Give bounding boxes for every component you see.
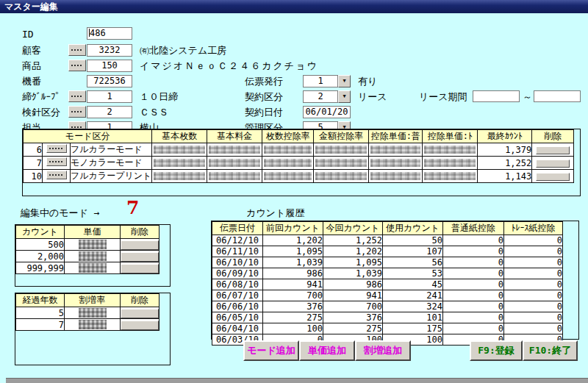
used-count: 53 — [383, 268, 443, 279]
delete-button[interactable] — [536, 146, 570, 154]
unit-price-header: 単価 — [65, 226, 121, 239]
slip-issue-value: 1 — [303, 75, 338, 87]
id-field[interactable]: 486 — [87, 27, 132, 40]
ellipsis-icon — [49, 174, 64, 176]
used-count: 175 — [383, 323, 443, 334]
mode-lookup-button[interactable] — [46, 157, 67, 166]
used-count-header: 使用カウント — [383, 222, 443, 235]
lease-from-field[interactable] — [473, 90, 520, 102]
closing-group-field[interactable]: 1 — [87, 90, 132, 103]
delete-button[interactable] — [121, 321, 159, 330]
count-table-box: カウント 単価 削除 500 2,000 999,999 — [15, 224, 171, 287]
delete-button[interactable] — [121, 252, 159, 262]
redacted-value — [423, 157, 478, 170]
add-mode-button[interactable]: モード追加 — [243, 340, 299, 361]
meter-reading-lookup-button[interactable] — [68, 106, 86, 118]
base-sheets-header: 基本枚数 — [152, 130, 207, 143]
sheet-deduction-header: 枚数控除率 — [262, 130, 314, 143]
trace-paper-deduction: 0 — [504, 290, 563, 301]
mode-table: モード区分 基本枚数 基本料金 枚数控除率 金額控除率 控除単価:普 控除単価:… — [23, 129, 574, 183]
redacted-value — [314, 143, 369, 157]
count-value: 500 — [16, 239, 65, 251]
delete-button[interactable] — [536, 160, 570, 168]
customer-lookup-button[interactable] — [68, 44, 86, 56]
redacted-value — [314, 157, 369, 170]
mode-no: 7 — [24, 157, 43, 170]
redacted-value — [262, 143, 314, 157]
prev-count: 1,202 — [263, 235, 323, 246]
plain-paper-deduction: 0 — [443, 235, 504, 246]
trace-paper-deduction: 0 — [504, 246, 563, 257]
delete-button[interactable] — [121, 309, 159, 318]
redacted-value — [423, 143, 478, 157]
prev-count: 700 — [263, 290, 323, 301]
prev-count: 275 — [263, 312, 323, 323]
delete-button[interactable] — [536, 173, 570, 181]
count-row: 2,000 — [16, 251, 159, 262]
count-row: 999,999 — [16, 262, 159, 274]
customer-field[interactable]: 3232 — [87, 44, 132, 57]
closing-group-label: 締ｸﾞﾙｰﾌﾟ — [22, 90, 60, 104]
title-bar: マスター編集 — [0, 0, 588, 13]
plain-paper-header: 普通紙控除 — [443, 222, 504, 235]
years-row: 5 — [16, 307, 159, 319]
curr-count: 700 — [323, 301, 383, 312]
ellipsis-icon — [71, 111, 83, 112]
history-row: 06/08/109419864500 — [212, 279, 563, 290]
exit-button[interactable]: F10:終了 — [523, 340, 578, 361]
register-button[interactable]: F9:登録 — [470, 340, 523, 361]
trace-paper-deduction: 0 — [504, 279, 563, 290]
slip-date: 06/07/10 — [212, 290, 263, 301]
slip-date: 06/09/10 — [212, 268, 263, 279]
count-table: カウント 単価 削除 500 2,000 999,999 — [15, 225, 159, 274]
add-unit-price-button[interactable]: 単価追加 — [299, 340, 355, 361]
used-count: 50 — [383, 235, 443, 246]
plain-paper-deduction: 0 — [443, 279, 504, 290]
final-count-value: 1,143 — [478, 170, 532, 183]
mode-table-box: モード区分 基本枚数 基本料金 枚数控除率 金額控除率 控除単価:普 控除単価:… — [22, 129, 581, 196]
count-history-title: カウント履歴 — [246, 207, 304, 220]
lease-to-field[interactable] — [534, 90, 581, 102]
curr-count: 1,095 — [323, 257, 383, 268]
redacted-value — [423, 170, 478, 183]
dropdown-arrow-icon[interactable]: ▼ — [338, 75, 351, 87]
redacted-value — [65, 251, 121, 262]
plain-paper-deduction: 0 — [443, 312, 504, 323]
slip-date: 06/08/10 — [212, 279, 263, 290]
trace-paper-deduction: 0 — [504, 312, 563, 323]
customer-label: 顧客 — [22, 44, 41, 57]
closing-group-lookup-button[interactable] — [68, 90, 86, 102]
product-field[interactable]: 150 — [87, 60, 132, 72]
product-lookup-button[interactable] — [68, 60, 86, 71]
mode-name: フルカラープリント — [71, 170, 152, 183]
machine-no-field[interactable]: 722536 — [87, 75, 132, 87]
mode-row: 6 フルカラーモード 1,379 — [24, 143, 574, 157]
delete-button[interactable] — [121, 240, 159, 250]
years-row: 7 — [16, 319, 159, 331]
add-surcharge-button[interactable]: 割増追加 — [355, 340, 411, 361]
editing-mode-label: 編集中のモード → — [21, 207, 100, 220]
meter-reading-field[interactable]: 2 — [87, 106, 132, 118]
contract-date-field[interactable]: 06/01/20 — [303, 106, 351, 118]
mode-lookup-button[interactable] — [46, 171, 67, 179]
window-title: マスター編集 — [4, 1, 58, 12]
lease-tilde-text: ～ — [523, 90, 532, 104]
curr-count: 1,252 — [323, 235, 383, 246]
curr-count: 376 — [323, 312, 383, 323]
history-row: 06/10/101,0391,0955600 — [212, 257, 563, 268]
years-table: 経過年数 割増率 削除 5 7 — [15, 293, 159, 331]
used-count: 241 — [383, 290, 443, 301]
horizontal-scrollbar[interactable] — [6, 378, 588, 383]
dropdown-arrow-icon[interactable]: ▼ — [338, 90, 351, 103]
prev-count: 1,039 — [263, 257, 323, 268]
mode-name: モノカラーモード — [71, 157, 152, 170]
ellipsis-icon — [71, 126, 83, 128]
product-name-text: イマジオＮｅｏＣ２４６カクチョウ — [140, 60, 318, 73]
delete-button[interactable] — [121, 264, 159, 273]
ellipsis-icon — [49, 161, 64, 162]
slip-date: 06/06/10 — [212, 301, 263, 312]
redacted-value — [262, 170, 314, 183]
trace-paper-deduction: 0 — [504, 257, 563, 268]
mode-lookup-button[interactable] — [46, 144, 67, 153]
customer-name-text: ㈲北陸システム工房 — [140, 44, 226, 57]
